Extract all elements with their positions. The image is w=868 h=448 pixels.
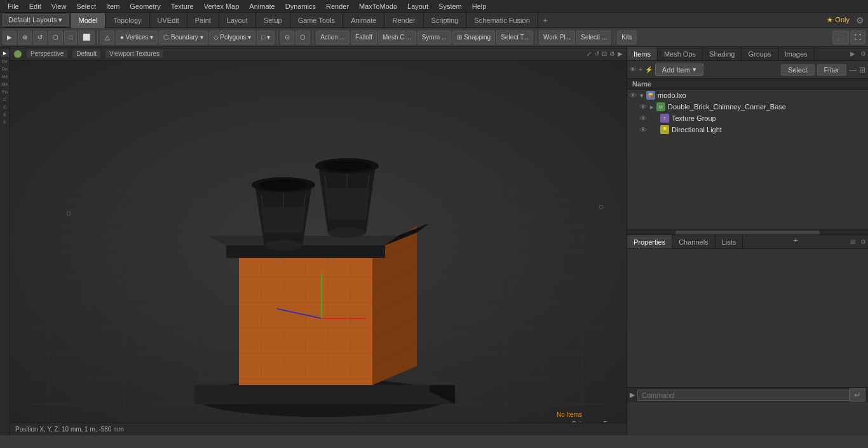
viewport-textures-label[interactable]: Viewport Textures [105, 50, 163, 58]
menu-item[interactable]: Item [101, 1, 125, 11]
tool-mesh-c[interactable]: Mesh C ... [378, 31, 416, 44]
menu-edit[interactable]: Edit [24, 1, 46, 11]
menu-maxtomodo[interactable]: MaxToModo [354, 1, 402, 11]
panel-collapse-icon[interactable]: ▶ [848, 50, 857, 58]
tab-setup[interactable]: Setup [256, 13, 290, 28]
vtool-1[interactable]: ▶ [1, 50, 10, 57]
vtool-7[interactable]: C [1, 96, 10, 103]
tab-layout[interactable]: Layout [219, 13, 256, 28]
vp-icon-settings[interactable]: ⚙ [609, 50, 615, 57]
vtool-4[interactable]: Me [1, 73, 10, 80]
panel-expand-icon[interactable]: ⊞ [859, 65, 865, 74]
vis-eye-1[interactable]: 👁 [630, 66, 636, 73]
vp-icon-expand[interactable]: ▶ [618, 50, 623, 57]
eye-icon-root[interactable]: 👁 [630, 92, 639, 99]
tab-add-icon[interactable]: + [789, 235, 803, 248]
viewport-active-toggle[interactable] [14, 50, 22, 58]
tool-rotate[interactable]: ↺ [33, 31, 47, 44]
menu-dynamics[interactable]: Dynamics [280, 1, 321, 11]
btn-camera[interactable]: 🎥 [832, 31, 849, 44]
tab-render[interactable]: Render [384, 13, 423, 28]
tab-mesh-ops[interactable]: Mesh Ops [658, 47, 703, 60]
tool-polygons[interactable]: ◇ Polygons ▾ [209, 31, 256, 44]
add-layout-tab[interactable]: + [538, 15, 552, 25]
tool-snapping[interactable]: ⊞ Snapping [452, 31, 495, 44]
tab-scripting[interactable]: Scripting [424, 13, 467, 28]
command-input[interactable] [637, 390, 850, 401]
tab-lists[interactable]: Lists [715, 235, 743, 248]
tool-transform[interactable]: ⊕ [18, 31, 32, 44]
tool-falloff[interactable]: Falloff [351, 31, 377, 44]
eye-icon-mesh[interactable]: 👁 [640, 103, 649, 111]
vis-filter-icon[interactable]: ⚡ [645, 66, 653, 73]
tool-symm[interactable]: Symm ... [417, 31, 451, 44]
tab-topology[interactable]: Topology [105, 13, 149, 28]
select-button[interactable]: Select [781, 64, 815, 76]
menu-render[interactable]: Render [321, 1, 354, 11]
vp-icon-refresh[interactable]: ↺ [594, 50, 599, 57]
menu-view[interactable]: View [46, 1, 72, 11]
arrow-root[interactable]: ▾ [640, 92, 644, 100]
vis-add-icon[interactable]: + [639, 66, 642, 73]
menu-select[interactable]: Select [71, 1, 101, 11]
vtool-10[interactable]: F [1, 119, 10, 126]
tab-items[interactable]: Items [627, 47, 658, 60]
tool-select-mode[interactable]: △ [100, 31, 114, 44]
tab-properties[interactable]: Properties [627, 235, 672, 248]
vp-icon-zoom[interactable]: ⊡ [602, 50, 607, 57]
prop-collapse-icon[interactable]: ⊞ [848, 238, 857, 246]
tool-work-pl[interactable]: Work Pl... [539, 31, 575, 44]
tool-select-t[interactable]: Select T... [496, 31, 533, 44]
filter-button[interactable]: Filter [817, 64, 846, 76]
viewport-perspective-label[interactable]: Perspective [27, 50, 67, 58]
tree-item-mesh[interactable]: 👁 ▸ M Double_Brick_Chimney_Corner_Base [627, 101, 868, 112]
arrow-mesh[interactable]: ▸ [650, 103, 654, 111]
menu-layout[interactable]: Layout [402, 1, 433, 11]
layout-dropdown[interactable]: Default Layouts ▾ [3, 14, 69, 26]
btn-fullscreen[interactable]: ⛶ [850, 31, 865, 44]
tool-boundary[interactable]: ⬡ Boundary ▾ [159, 31, 207, 44]
viewport-shading-label[interactable]: Default [72, 50, 100, 58]
tool-selection-mode[interactable]: ▶ [3, 31, 17, 44]
eye-icon-tex[interactable]: 👁 [640, 114, 649, 122]
tab-gametools[interactable]: Game Tools [290, 13, 344, 28]
tool-kits[interactable]: Kits [617, 31, 637, 44]
vtool-3[interactable]: Du [1, 65, 10, 72]
tab-animate[interactable]: Animate [343, 13, 384, 28]
tab-model[interactable]: Model [71, 13, 106, 28]
vtool-2[interactable]: De [1, 58, 10, 65]
vtool-8[interactable]: C [1, 104, 10, 111]
tab-images[interactable]: Images [778, 47, 815, 60]
scene-tree[interactable]: 👁 ▾ 📦 modo.lxo 👁 ▸ M Double_Brick_Chimne… [627, 90, 868, 229]
vtool-5[interactable]: Me [1, 81, 10, 88]
tool-action[interactable]: Action ... [316, 31, 349, 44]
add-item-button[interactable]: Add Item ▾ [655, 64, 703, 76]
tree-hscrollbar[interactable] [627, 229, 868, 234]
tab-groups[interactable]: Groups [742, 47, 778, 60]
menu-animate[interactable]: Animate [244, 1, 280, 11]
prop-settings-icon[interactable]: ⚙ [858, 238, 868, 246]
tab-paint[interactable]: Paint [187, 13, 219, 28]
tool-box[interactable]: ⬜ [78, 31, 95, 44]
panel-settings-icon[interactable]: ⚙ [858, 50, 868, 58]
menu-vertex-map[interactable]: Vertex Map [199, 1, 245, 11]
tab-shading[interactable]: Shading [703, 47, 742, 60]
menu-help[interactable]: Help [467, 1, 492, 11]
menu-file[interactable]: File [3, 1, 24, 11]
menu-geometry[interactable]: Geometry [125, 1, 165, 11]
tree-item-root[interactable]: 👁 ▾ 📦 modo.lxo [627, 90, 868, 101]
viewport-3d[interactable]: X Y Z No Items Polygons : Face Channels:… [10, 61, 627, 423]
tree-item-light[interactable]: 👁 💡 Directional Light [627, 124, 868, 135]
tool-type[interactable]: □ ▾ [257, 31, 275, 44]
tool-snap[interactable]: ⊙ [280, 31, 294, 44]
tool-vertices[interactable]: ● Vertices ▾ [116, 31, 158, 44]
menu-texture[interactable]: Texture [166, 1, 199, 11]
vtool-9[interactable]: E [1, 111, 10, 118]
tab-uvedit[interactable]: UVEdit [150, 13, 187, 28]
tool-transform2[interactable]: □ [64, 31, 77, 44]
layout-settings-icon[interactable]: ⚙ [852, 15, 868, 25]
tool-selecti[interactable]: Selecti ... [576, 31, 611, 44]
panel-minus-icon[interactable]: — [849, 65, 857, 74]
menu-system[interactable]: System [433, 1, 467, 11]
tree-item-texture-group[interactable]: 👁 T Texture Group [627, 112, 868, 124]
